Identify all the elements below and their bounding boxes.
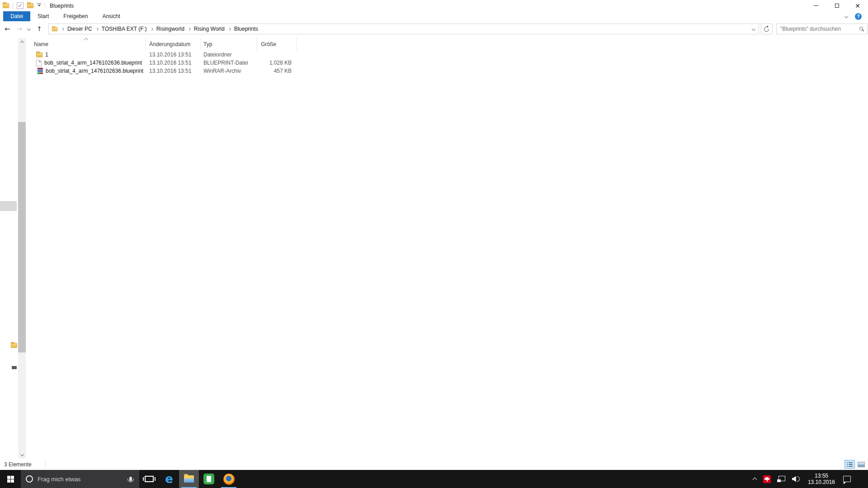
firefox-button[interactable] bbox=[219, 470, 239, 488]
address-folder-icon bbox=[52, 27, 58, 31]
network-icon[interactable] bbox=[777, 476, 785, 482]
ribbon-right-controls: ? bbox=[845, 11, 868, 21]
avira-icon[interactable] bbox=[763, 475, 771, 483]
file-date-cell: 13.10.2016 13:51 bbox=[146, 52, 201, 58]
minimize-ribbon-icon[interactable] bbox=[844, 14, 848, 18]
breadcrumb-blueprints[interactable]: Blueprints bbox=[234, 26, 258, 32]
column-header-size[interactable]: Größe bbox=[257, 38, 297, 51]
breadcrumb-rising-world[interactable]: Rising World bbox=[194, 26, 225, 32]
breadcrumb-risingworld[interactable]: Risingworld bbox=[156, 26, 184, 32]
vertical-scrollbar[interactable] bbox=[18, 38, 26, 459]
microphone-icon[interactable] bbox=[129, 477, 132, 481]
file-list: Name Änderungsdatum Typ Größe 1 13.10.20… bbox=[26, 38, 868, 75]
explorer-folder-icon bbox=[3, 3, 9, 8]
evernote-button[interactable] bbox=[199, 470, 219, 488]
taskbar: e 13:55 13.10.2016 bbox=[0, 470, 868, 488]
search-magnifier-icon[interactable] bbox=[859, 27, 863, 30]
details-view-button[interactable] bbox=[844, 460, 855, 469]
edge-icon: e bbox=[165, 473, 173, 485]
file-name-cell: bob_strlat_4_arm_1476102636.blueprint bbox=[26, 68, 146, 74]
thumbnail-view-icon bbox=[858, 462, 865, 467]
task-view-button[interactable] bbox=[139, 470, 159, 488]
clock-date: 13.10.2016 bbox=[808, 479, 835, 485]
up-arrow-icon[interactable]: ↑ bbox=[37, 26, 42, 32]
scroll-up-button[interactable] bbox=[18, 38, 26, 46]
taskbar-clock[interactable]: 13:55 13.10.2016 bbox=[808, 473, 835, 485]
address-bar[interactable]: Dieser PC TOSHIBA EXT (F:) Risingworld R… bbox=[48, 23, 759, 34]
breadcrumb-chevron-icon[interactable] bbox=[150, 27, 153, 30]
navigation-pane[interactable] bbox=[0, 37, 18, 459]
table-row[interactable]: bob_strlat_4_arm_1476102636.blueprint 13… bbox=[26, 59, 868, 67]
history-chevron-icon[interactable] bbox=[27, 27, 31, 31]
column-header-modified[interactable]: Änderungsdatum bbox=[146, 38, 201, 51]
file-date-cell: 13.10.2016 13:51 bbox=[146, 60, 201, 66]
start-icon bbox=[7, 476, 14, 483]
address-dropdown-icon[interactable] bbox=[752, 27, 755, 31]
scroll-down-button[interactable] bbox=[18, 451, 26, 459]
explorer-window: ✓ Blueprints ✕ Datei Start Freigeben Ans… bbox=[0, 0, 868, 470]
nav-item-highlight bbox=[0, 201, 17, 211]
view-toggle-buttons bbox=[844, 460, 868, 469]
new-folder-icon[interactable] bbox=[27, 3, 33, 8]
taskbar-spacer bbox=[239, 470, 753, 488]
restore-icon bbox=[835, 4, 839, 8]
tab-freigeben[interactable]: Freigeben bbox=[56, 11, 95, 21]
file-name-cell: 1 bbox=[26, 52, 146, 58]
system-tray: 13:55 13.10.2016 bbox=[753, 470, 868, 488]
volume-icon[interactable] bbox=[792, 476, 800, 482]
search-input[interactable] bbox=[777, 24, 867, 34]
breadcrumb-chevron-icon[interactable] bbox=[61, 27, 64, 30]
window-title: Blueprints bbox=[50, 3, 74, 9]
file-explorer-button[interactable] bbox=[179, 470, 199, 488]
file-type-cell: WinRAR-Archiv bbox=[201, 68, 257, 74]
refresh-button[interactable] bbox=[761, 23, 773, 34]
breadcrumb-dieser-pc[interactable]: Dieser PC bbox=[67, 26, 92, 32]
edge-button[interactable]: e bbox=[159, 470, 179, 488]
restore-button[interactable] bbox=[826, 0, 847, 11]
folder-icon bbox=[36, 52, 42, 57]
column-header-type[interactable]: Typ bbox=[201, 38, 257, 51]
breadcrumb-chevron-icon[interactable] bbox=[228, 27, 231, 30]
navigation-bar: ← → ↑ Dieser PC TOSHIBA EXT (F:) Risingw… bbox=[0, 21, 868, 37]
action-center-icon[interactable] bbox=[843, 476, 851, 482]
taskbar-search-input[interactable] bbox=[33, 476, 129, 483]
search-box bbox=[776, 23, 868, 34]
firefox-icon bbox=[223, 474, 235, 485]
titlebar: ✓ Blueprints ✕ bbox=[0, 0, 868, 11]
tab-ansicht[interactable]: Ansicht bbox=[95, 11, 127, 21]
breadcrumb-chevron-icon[interactable] bbox=[188, 27, 191, 30]
start-button[interactable] bbox=[0, 470, 21, 488]
breadcrumb-chevron-icon[interactable] bbox=[95, 27, 99, 30]
status-bar: 3 Elemente bbox=[0, 459, 868, 470]
file-name: 1 bbox=[45, 52, 48, 58]
cortana-search-box[interactable] bbox=[21, 470, 139, 488]
file-name: bob_strlat_4_arm_1476102636.blueprint bbox=[44, 60, 142, 66]
table-row[interactable]: 1 13.10.2016 13:51 Dateiordner bbox=[26, 51, 868, 59]
file-size-cell: 1.028 KB bbox=[257, 60, 297, 66]
scrollbar-thumb[interactable] bbox=[18, 122, 26, 352]
nav-device-icon bbox=[12, 366, 17, 369]
evernote-icon bbox=[203, 474, 214, 484]
tab-start[interactable]: Start bbox=[30, 11, 56, 21]
file-size-cell: 457 KB bbox=[257, 68, 297, 74]
help-icon[interactable]: ? bbox=[855, 13, 862, 20]
breadcrumb-toshiba-ext[interactable]: TOSHIBA EXT (F:) bbox=[102, 26, 147, 32]
file-type-cell: Dateiordner bbox=[201, 52, 257, 58]
file-name: bob_strlat_4_arm_1476102636.blueprint bbox=[46, 68, 143, 74]
close-button[interactable]: ✕ bbox=[847, 0, 868, 11]
back-arrow-icon[interactable]: ← bbox=[5, 26, 10, 33]
table-row[interactable]: bob_strlat_4_arm_1476102636.blueprint 13… bbox=[26, 67, 868, 75]
minimize-button[interactable] bbox=[806, 0, 826, 11]
close-icon: ✕ bbox=[855, 3, 860, 9]
customize-quick-access-icon[interactable] bbox=[37, 4, 41, 8]
chevron-up-icon bbox=[20, 41, 24, 44]
thumbnail-view-button[interactable] bbox=[856, 460, 866, 469]
tray-chevron-icon[interactable] bbox=[752, 478, 757, 482]
tab-datei[interactable]: Datei bbox=[3, 11, 30, 21]
properties-check-icon[interactable]: ✓ bbox=[17, 2, 24, 9]
forward-arrow-icon[interactable]: → bbox=[17, 26, 23, 33]
nav-folder-icon bbox=[11, 343, 17, 348]
refresh-icon bbox=[763, 25, 770, 33]
cortana-circle-icon bbox=[26, 475, 33, 483]
minimize-icon bbox=[814, 5, 818, 6]
